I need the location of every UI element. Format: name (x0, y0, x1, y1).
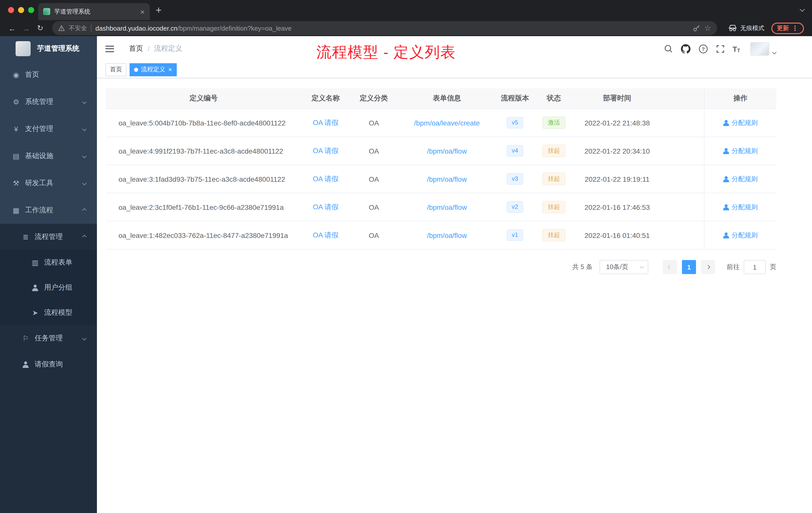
sidebar-item-leave-query[interactable]: 请假查询 (0, 351, 97, 378)
chevron-down-icon (640, 264, 644, 269)
browser-update-button[interactable]: 更新 ⋮ (771, 22, 804, 34)
sidebar-item-system-management[interactable]: ⚙系统管理 (0, 88, 97, 116)
process-form-icon: ▥ (31, 259, 39, 267)
breadcrumb-home[interactable]: 首页 (129, 44, 143, 53)
user-icon (723, 148, 729, 154)
form-link[interactable]: /bpm/oa/flow (427, 231, 467, 239)
user-avatar-dropdown[interactable] (750, 42, 776, 56)
tag-home[interactable]: 首页 (106, 63, 126, 76)
deploy-time-cell: 2022-01-16 01:40:51 (574, 221, 660, 249)
forward-button[interactable]: → (20, 24, 32, 32)
assign-rule-button[interactable]: 分配规则 (723, 175, 758, 183)
column-spacer (660, 165, 704, 193)
definition-name-cell: OA 请假 (301, 221, 350, 249)
incognito-icon (728, 25, 737, 32)
key-icon[interactable] (692, 24, 700, 32)
assign-rule-button[interactable]: 分配规则 (723, 118, 758, 127)
sidebar-item-process-model[interactable]: ➤流程模型 (0, 300, 97, 325)
browser-menu-icon[interactable]: ⋮ (791, 25, 799, 32)
sidebar-logo[interactable]: 芋道管理系统 (0, 36, 97, 61)
sidebar-item-label: 研发工具 (25, 179, 83, 188)
page-size-value: 10条/页 (606, 263, 628, 272)
pagination: 共 5 条 10条/页 1 前往 页 (572, 260, 776, 274)
sidebar-item-infrastructure[interactable]: ▤基础设施 (0, 143, 97, 170)
assign-rule-button[interactable]: 分配规则 (723, 146, 758, 155)
workflow-icon: ▦ (12, 206, 20, 214)
definition-category: OA (369, 231, 379, 239)
deploy-time: 2022-01-16 17:46:53 (584, 203, 650, 211)
help-icon[interactable]: ? (698, 44, 708, 54)
definition-id-cell: oa_leave:3:1fad3d93-7b75-11ec-a3c8-acde4… (106, 165, 301, 193)
form-link[interactable]: /bpm/oa/leave/create (414, 119, 480, 127)
bookmark-star-icon[interactable]: ☆ (704, 24, 711, 33)
breadcrumb: 首页 / 流程定义 (129, 44, 182, 53)
font-size-icon[interactable]: TT (732, 44, 740, 53)
window-close-button[interactable] (8, 7, 14, 13)
refresh-button[interactable]: ↻ (34, 24, 46, 33)
definition-name-link[interactable]: OA 请假 (313, 118, 339, 127)
fullscreen-icon[interactable] (716, 44, 724, 53)
tab-favicon-icon (43, 8, 50, 15)
window-zoom-button[interactable] (28, 7, 34, 13)
sidebar-item-label: 系统管理 (25, 97, 83, 107)
assign-rule-label: 分配规则 (732, 146, 758, 155)
sidebar-item-devtools[interactable]: ⚒研发工具 (0, 170, 97, 197)
sidebar-item-label: 流程模型 (44, 308, 97, 317)
prev-page-button[interactable] (663, 260, 677, 274)
definition-table: 定义编号定义名称定义分类表单信息流程版本状态部署时间操作oa_leave:5:0… (106, 88, 776, 249)
form-link[interactable]: /bpm/oa/flow (427, 203, 467, 211)
goto-page-input[interactable] (744, 260, 766, 274)
tag-close-icon[interactable]: × (168, 66, 172, 73)
status-tag: 挂起 (542, 201, 566, 213)
page-size-select[interactable]: 10条/页 (600, 260, 648, 274)
definition-id: oa_leave:3:1fad3d93-7b75-11ec-a3c8-acde4… (118, 175, 285, 183)
tags-view: 首页 流程定义 × (97, 61, 812, 78)
sidebar-item-process-form[interactable]: ▥流程表单 (0, 250, 97, 275)
sidebar-item-home[interactable]: ◉首页 (0, 61, 97, 88)
back-button[interactable]: ← (6, 24, 18, 32)
status-tag: 挂起 (542, 173, 566, 185)
definition-category-cell: OA (350, 193, 398, 221)
sidebar-item-user-group[interactable]: 用户分组 (0, 275, 97, 300)
browser-tab[interactable]: 芋道管理系统 × (38, 3, 150, 20)
search-icon[interactable] (664, 44, 673, 53)
svg-text:?: ? (701, 46, 705, 52)
window-controls (8, 7, 34, 13)
tag-process-definition[interactable]: 流程定义 × (129, 63, 176, 76)
sidebar-item-payment-management[interactable]: ¥支付管理 (0, 116, 97, 143)
new-tab-button[interactable]: + (156, 5, 162, 15)
task-management-icon: ⚐ (22, 334, 30, 342)
tab-search-chevron-icon[interactable] (800, 7, 805, 12)
tab-close-icon[interactable]: × (140, 8, 145, 15)
next-page-button[interactable] (701, 260, 715, 274)
github-icon[interactable] (681, 44, 690, 54)
definition-id-cell: oa_leave:5:004b710b-7b8a-11ec-8ef0-acde4… (106, 109, 301, 137)
form-link[interactable]: /bpm/oa/flow (427, 175, 467, 183)
definition-name-link[interactable]: OA 请假 (313, 146, 339, 155)
form-link[interactable]: /bpm/oa/flow (427, 147, 467, 155)
sidebar-item-label: 基础设施 (25, 152, 83, 161)
window-minimize-button[interactable] (18, 7, 24, 13)
definition-name-link[interactable]: OA 请假 (313, 175, 339, 183)
security-label[interactable]: 不安全 (69, 24, 87, 32)
definition-name-link[interactable]: OA 请假 (313, 231, 339, 240)
assign-rule-button[interactable]: 分配规则 (723, 203, 758, 212)
leave-query-icon (22, 361, 30, 368)
sidebar-item-workflow[interactable]: ▦工作流程 (0, 197, 97, 224)
sidebar-item-task-management[interactable]: ⚐任务管理 (0, 325, 97, 351)
definition-name-cell: OA 请假 (301, 137, 350, 164)
status-cell: 挂起 (534, 221, 574, 249)
screen: 芋道管理系统 × + ← → ↻ 不安全 dashboard.yudao.ioc… (0, 0, 812, 513)
version-cell: v5 (496, 109, 534, 137)
assign-rule-button[interactable]: 分配规则 (723, 231, 758, 240)
sidebar-filler (0, 378, 97, 513)
tab-title: 芋道管理系统 (54, 7, 136, 16)
sidebar-collapse-icon[interactable] (106, 46, 114, 52)
sidebar-item-process-management[interactable]: ≣流程管理 (0, 224, 97, 250)
infrastructure-icon: ▤ (12, 152, 20, 160)
tab-strip: 芋道管理系统 × + (0, 0, 812, 20)
page-1-button[interactable]: 1 (682, 260, 696, 274)
address-bar[interactable]: 不安全 dashboard.yudao.iocoder.cn/bpm/manag… (52, 21, 717, 35)
table-header-row: 定义编号定义名称定义分类表单信息流程版本状态部署时间操作 (106, 88, 776, 109)
definition-name-link[interactable]: OA 请假 (313, 203, 339, 212)
